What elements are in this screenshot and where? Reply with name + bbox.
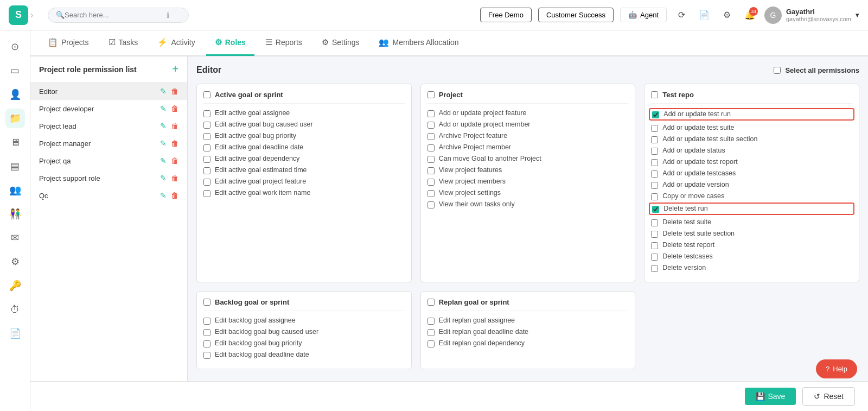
settings-tab-label: Settings xyxy=(332,38,360,47)
sidebar-item-clock[interactable]: ⏱ xyxy=(5,300,25,319)
sidebar-item-doc[interactable]: 📄 xyxy=(5,324,25,343)
sidebar-item-group[interactable]: 👫 xyxy=(5,204,25,224)
perm-item: Edit replan goal dependency xyxy=(427,339,629,347)
document-icon[interactable]: 📄 xyxy=(696,7,712,23)
edit-role-qa[interactable]: ✎ xyxy=(160,156,167,165)
tasks-tab-icon: ☑ xyxy=(108,37,116,47)
role-actions-lead: ✎ 🗑 xyxy=(160,122,178,130)
section-title-backlog-goal: Backlog goal or sprint xyxy=(215,298,289,306)
save-button[interactable]: 💾 Save xyxy=(745,388,796,405)
sidebar-item-monitor[interactable]: ▭ xyxy=(5,61,25,80)
perm-item: Archive Project member xyxy=(427,143,629,151)
agent-icon: 🤖 xyxy=(628,11,637,19)
delete-role-developer[interactable]: 🗑 xyxy=(171,104,178,113)
settings-button[interactable]: ⚙ xyxy=(719,7,735,23)
delete-role-manager[interactable]: 🗑 xyxy=(171,139,178,148)
agent-button[interactable]: 🤖 Agent xyxy=(620,8,667,22)
section-checkbox-backlog-goal[interactable] xyxy=(203,299,210,306)
section-header-test-repo: Test repo xyxy=(651,91,852,104)
perm-item: Edit backlog goal bug priority xyxy=(203,339,405,347)
delete-role-lead[interactable]: 🗑 xyxy=(171,122,178,130)
free-demo-button[interactable]: Free Demo xyxy=(480,8,532,22)
role-item-project-support[interactable]: Project support role ✎ 🗑 xyxy=(30,169,187,187)
perm-item: Add or update test report xyxy=(651,158,852,166)
section-checkbox-replan-goal[interactable] xyxy=(427,299,435,306)
section-checkbox-test-repo[interactable] xyxy=(651,91,658,98)
edit-role-developer[interactable]: ✎ xyxy=(160,104,167,113)
sidebar-item-mail[interactable]: ✉ xyxy=(5,228,25,248)
sidebar-item-home[interactable]: ⊙ xyxy=(5,37,25,56)
sidebar-item-desktop[interactable]: 🖥 xyxy=(5,132,25,152)
role-item-editor[interactable]: Editor ✎ 🗑 xyxy=(30,83,187,100)
perm-item: Edit active goal project feature xyxy=(203,178,405,186)
sidebar-item-users[interactable]: 👥 xyxy=(5,180,25,200)
edit-role-lead[interactable]: ✎ xyxy=(160,122,167,130)
sidebar-item-settings[interactable]: ⚙ xyxy=(5,252,25,271)
section-checkbox-project[interactable] xyxy=(427,91,435,98)
more-icon[interactable]: › xyxy=(30,10,33,20)
role-item-project-lead[interactable]: Project lead ✎ 🗑 xyxy=(30,117,187,135)
section-header-project: Project xyxy=(427,91,629,104)
perm-item: View project settings xyxy=(427,189,629,197)
user-email: gayathri@snovasys.com xyxy=(786,16,851,22)
tab-members-allocation[interactable]: 👥 Members Allocation xyxy=(370,30,467,56)
reset-button[interactable]: ↺ Reset xyxy=(802,387,855,406)
tab-roles[interactable]: ⚙ Roles xyxy=(206,30,254,56)
right-panel-header: Editor Select all permissions xyxy=(196,65,859,75)
section-header-active-goal: Active goal or sprint xyxy=(203,91,405,104)
perm-item: Copy or move cases xyxy=(651,192,852,200)
sidebar-item-card[interactable]: ▤ xyxy=(5,156,25,176)
section-header-backlog-goal: Backlog goal or sprint xyxy=(203,298,405,311)
perm-item: Add or update test suite section xyxy=(651,135,852,143)
delete-role-editor[interactable]: 🗑 xyxy=(171,87,178,96)
perm-item: Edit backlog goal bug caused user xyxy=(203,328,405,336)
tab-tasks[interactable]: ☑ Tasks xyxy=(100,30,147,56)
projects-tab-icon: 📋 xyxy=(48,37,58,47)
delete-role-support[interactable]: 🗑 xyxy=(171,174,178,182)
perm-item: Archive Project feature xyxy=(427,132,629,140)
refresh-button[interactable]: ⟳ xyxy=(673,7,690,23)
role-item-project-manager[interactable]: Project manager ✎ 🗑 xyxy=(30,135,187,152)
edit-role-editor[interactable]: ✎ xyxy=(160,87,167,96)
notifications-button[interactable]: 🔔 34 xyxy=(742,7,758,23)
reports-tab-icon: ☰ xyxy=(265,37,272,47)
sidebar-item-person[interactable]: 👤 xyxy=(5,85,25,104)
app-logo[interactable]: S xyxy=(9,5,28,25)
select-all-checkbox[interactable] xyxy=(774,67,781,74)
section-title-replan-goal: Replan goal or sprint xyxy=(439,298,509,306)
perm-item: View project members xyxy=(427,178,629,186)
sidebar: ⊙ ▭ 👤 📁 🖥 ▤ 👥 👫 ✉ ⚙ 🔑 ⏱ 📄 xyxy=(0,30,30,411)
reports-tab-label: Reports xyxy=(276,38,302,47)
section-title-active-goal: Active goal or sprint xyxy=(215,91,283,99)
edit-role-qc[interactable]: ✎ xyxy=(160,191,167,200)
delete-role-qa[interactable]: 🗑 xyxy=(171,156,178,165)
role-item-project-developer[interactable]: Project developer ✎ 🗑 xyxy=(30,100,187,117)
tab-activity[interactable]: ⚡ Activity xyxy=(149,30,203,56)
edit-role-support[interactable]: ✎ xyxy=(160,174,167,182)
role-item-project-qa[interactable]: Project qa ✎ 🗑 xyxy=(30,152,187,169)
tab-reports[interactable]: ☰ Reports xyxy=(257,30,311,56)
perm-item: Edit active goal estimated time xyxy=(203,166,405,174)
edit-role-manager[interactable]: ✎ xyxy=(160,139,167,148)
perm-item: Can move Goal to another Project xyxy=(427,155,629,163)
section-title-project: Project xyxy=(439,91,463,99)
perm-item: Edit replan goal deadline date xyxy=(427,328,629,336)
sidebar-item-admin[interactable]: 🔑 xyxy=(5,276,25,295)
tab-settings[interactable]: ⚙ Settings xyxy=(313,30,368,56)
select-all-permissions[interactable]: Select all permissions xyxy=(774,66,859,74)
section-checkbox-active-goal[interactable] xyxy=(203,91,210,98)
role-item-qc[interactable]: Qc ✎ 🗑 xyxy=(30,187,187,204)
avatar: G xyxy=(764,7,782,24)
perm-item: Edit active goal bug priority xyxy=(203,132,405,140)
projects-tab-label: Projects xyxy=(61,38,89,47)
user-info[interactable]: G Gayathri gayathri@snovasys.com ▾ xyxy=(764,7,859,24)
sidebar-item-projects[interactable]: 📁 xyxy=(5,109,25,128)
customer-success-button[interactable]: Customer Success xyxy=(538,8,614,22)
section-project: Project Add or update project feature Ad… xyxy=(420,84,636,282)
search-input[interactable] xyxy=(65,11,162,19)
help-button[interactable]: ? Help xyxy=(816,359,857,378)
delete-role-qc[interactable]: 🗑 xyxy=(171,191,178,200)
add-role-button[interactable]: + xyxy=(172,63,178,75)
role-name-project-developer: Project developer xyxy=(39,105,94,113)
tab-projects[interactable]: 📋 Projects xyxy=(39,30,98,56)
